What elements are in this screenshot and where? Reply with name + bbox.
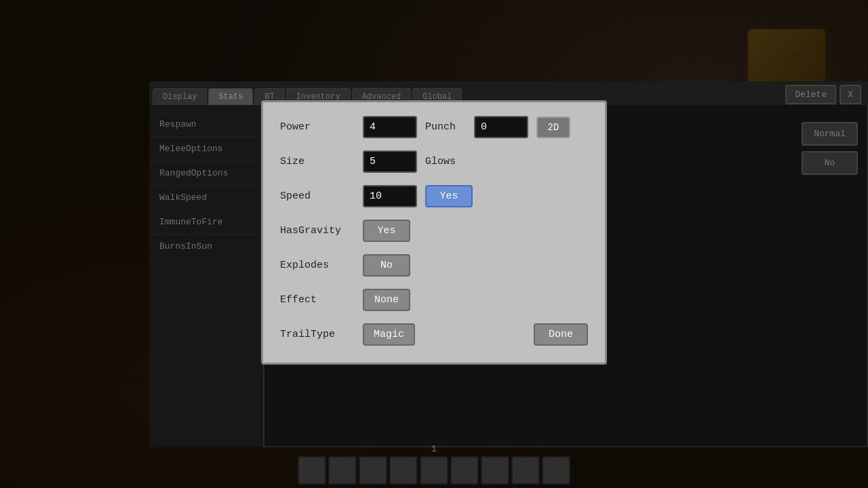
speed-label: Speed — [280, 190, 355, 202]
hasgravity-button[interactable]: Yes — [363, 220, 410, 242]
power-label: Power — [280, 121, 355, 133]
hasgravity-row: HasGravity Yes — [280, 220, 588, 242]
explodes-label: Explodes — [280, 260, 355, 271]
effect-row: Effect None — [280, 289, 588, 311]
size-row: Size Glows — [280, 150, 588, 173]
explodes-button[interactable]: No — [363, 254, 410, 277]
glows-label: Glows — [425, 156, 466, 167]
speed-row: Speed Yes — [280, 185, 588, 207]
effect-label: Effect — [280, 294, 355, 306]
trailtype-button[interactable]: Magic — [363, 323, 415, 346]
speed-input[interactable] — [363, 185, 417, 207]
2d-button[interactable]: 2D — [536, 117, 570, 138]
effect-button[interactable]: None — [363, 289, 410, 311]
punch-input[interactable] — [474, 116, 528, 138]
explodes-row: Explodes No — [280, 254, 588, 277]
punch-label: Punch — [425, 121, 466, 133]
power-row: Power Punch 2D — [280, 116, 588, 138]
trailtype-label: TrailType — [280, 329, 355, 340]
dialog: Power Punch 2D Size Glows Speed Yes HasG… — [261, 100, 607, 365]
done-button[interactable]: Done — [534, 323, 588, 346]
trailtype-row: TrailType Magic Done — [280, 323, 588, 346]
glows-yes-button[interactable]: Yes — [425, 185, 473, 207]
size-input[interactable] — [363, 150, 417, 173]
size-label: Size — [280, 156, 355, 167]
hasgravity-label: HasGravity — [280, 225, 355, 237]
power-input[interactable] — [363, 116, 417, 138]
